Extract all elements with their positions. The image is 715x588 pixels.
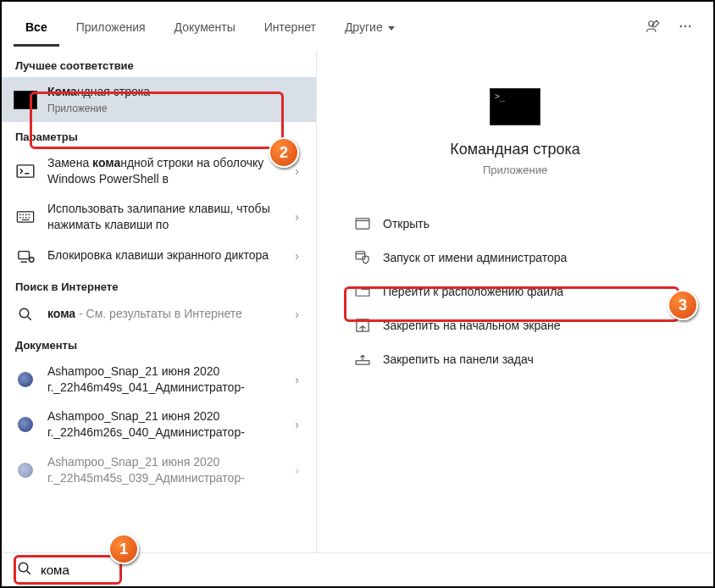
terminal-icon [14,162,37,180]
action-pin-taskbar[interactable]: Закрепить на панели задач [347,342,683,376]
result-setting[interactable]: Замена командной строки на оболочку Wind… [2,148,316,194]
tab-all[interactable]: Все [14,10,59,47]
svg-point-1 [680,25,682,27]
preview-app-icon [490,88,540,125]
pin-taskbar-icon [354,351,371,368]
svg-rect-4 [17,165,34,177]
open-icon [354,215,371,232]
chevron-right-icon: › [295,164,304,178]
result-setting[interactable]: Использовать залипание клавиш, чтобы наж… [2,194,316,240]
chevron-right-icon: › [295,373,304,386]
snap-icon [18,463,33,478]
tab-web[interactable]: Интернет [252,10,328,47]
svg-rect-6 [19,251,30,258]
search-bar[interactable] [2,552,713,586]
preview-title: Командная строка [450,141,580,158]
action-run-as-admin[interactable]: Запуск от имени администратора [347,241,683,275]
search-icon [17,561,32,579]
search-input[interactable] [41,563,698,577]
action-open[interactable]: Открыть [347,207,683,241]
svg-point-7 [30,257,34,261]
section-documents: Документы [2,330,316,357]
section-best-match: Лучшее соответствие [2,51,316,77]
snap-icon [18,417,33,432]
section-web: Поиск в Интернете [2,272,316,298]
chevron-right-icon: › [295,463,304,477]
result-best-match[interactable]: Командная строка Приложение [2,77,316,122]
chevron-right-icon: › [295,418,304,431]
svg-point-3 [689,25,690,27]
search-icon [14,305,37,324]
tab-apps[interactable]: Приложения [64,10,158,47]
section-settings: Параметры [2,122,316,148]
action-open-location[interactable]: Перейти к расположению файла [347,275,683,308]
folder-icon [354,283,371,300]
result-web[interactable]: кома - См. результаты в Интернете › [2,298,316,330]
svg-rect-5 [17,212,33,222]
pin-start-icon [354,317,371,334]
chevron-right-icon: › [295,210,304,224]
svg-rect-9 [356,219,369,229]
tab-documents[interactable]: Документы [163,10,247,47]
result-document[interactable]: Ashampoo_Snap_21 июня 2020 г._22h46m49s_… [2,357,316,402]
svg-point-8 [19,308,29,318]
admin-shield-icon [354,249,371,266]
keyboard-icon [14,208,37,226]
narrator-icon [14,247,37,265]
svg-point-13 [19,563,28,572]
chevron-right-icon: › [295,249,304,263]
filter-tabs: Все Приложения Документы Интернет Другие [2,2,713,51]
cmd-icon [14,91,37,109]
preview-subtitle: Приложение [483,164,547,176]
results-panel: Лучшее соответствие Командная строка При… [2,51,317,552]
more-icon[interactable] [669,12,701,45]
svg-point-2 [685,25,686,27]
result-subtitle: Приложение [47,102,304,115]
svg-rect-10 [356,252,365,259]
snap-icon [18,372,33,387]
result-setting[interactable]: Блокировка клавиши экранного диктора › [2,240,316,272]
tab-more[interactable]: Другие [333,10,407,47]
result-document[interactable]: Ashampoo_Snap_21 июня 2020 г._22h46m26s_… [2,402,316,447]
svg-rect-12 [356,361,369,364]
result-document[interactable]: Ashampoo_Snap_21 июня 2020 г._22h45m45s_… [2,447,316,493]
action-pin-start[interactable]: Закрепить на начальном экране [347,308,683,342]
chevron-right-icon: › [295,308,304,321]
preview-panel: Командная строка Приложение Открыть Запу… [317,51,713,552]
feedback-icon[interactable] [637,12,669,45]
